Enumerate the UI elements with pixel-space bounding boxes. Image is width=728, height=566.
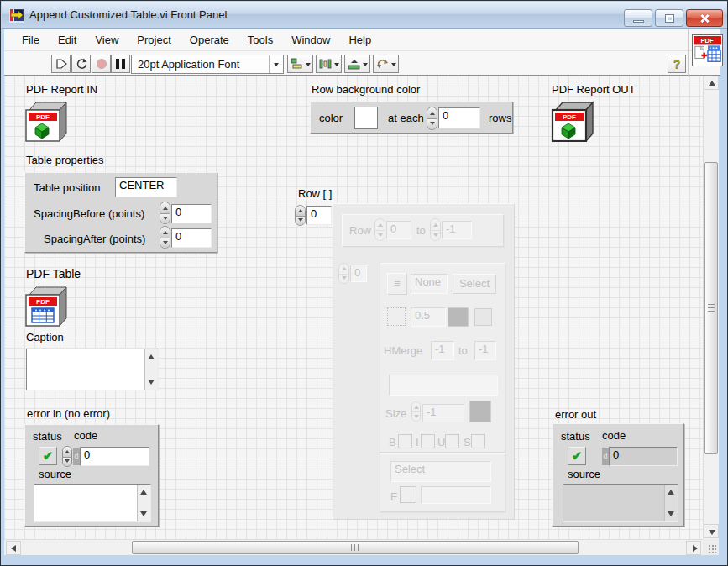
caption-scrollbar[interactable] [144, 349, 158, 390]
font-selector-value: 20pt Application Font [132, 58, 269, 71]
error-out-cluster: status code ✔ d 0 source [552, 423, 684, 527]
scroll-up-button[interactable] [704, 76, 719, 90]
window-title: Append Customized Table.vi Front Panel [29, 8, 227, 21]
source-label: source [568, 468, 600, 480]
scroll-down-icon [709, 530, 715, 535]
code-increment-decrement[interactable] [62, 446, 72, 467]
row-array-index-field[interactable]: 0 [306, 206, 332, 225]
spacing-after-field[interactable]: 0 [171, 228, 212, 248]
horizontal-scrollbar[interactable] [4, 539, 703, 555]
pdf-report-out-indicator[interactable]: PDF [551, 100, 594, 142]
justify-button: ≡ [387, 273, 407, 295]
scroll-down-icon[interactable] [668, 511, 674, 516]
titlebar[interactable]: Append Customized Table.vi Front Panel [2, 2, 727, 29]
abort-button[interactable] [92, 55, 111, 73]
code-field[interactable]: 0 [80, 447, 149, 466]
source-string-indicator [563, 484, 678, 522]
italic-label: I [416, 436, 419, 448]
vertical-scrollbar-thumb[interactable] [704, 162, 718, 454]
pause-button[interactable] [111, 55, 130, 73]
menubar: File Edit View Project Operate Tools Win… [4, 29, 720, 51]
justify-icon: ≡ [394, 277, 401, 290]
source-string-control[interactable] [34, 484, 151, 522]
vi-icon[interactable]: PDF [692, 34, 723, 66]
row-element-cluster-disabled: Row 0 to -1 0 ≡ None Select 0.5 HMerge -… [333, 203, 515, 520]
code-label: code [74, 429, 97, 442]
scroll-left-icon [11, 545, 16, 552]
align-objects-icon [291, 58, 303, 70]
thumb-grip [708, 304, 715, 312]
source-scrollbar[interactable] [664, 485, 678, 521]
scroll-down-icon[interactable] [140, 511, 147, 516]
menu-help[interactable]: Help [339, 31, 380, 49]
svg-text:PDF: PDF [700, 37, 713, 45]
menu-window[interactable]: Window [282, 31, 339, 49]
menu-project[interactable]: Project [128, 31, 180, 49]
svg-text:PDF: PDF [36, 298, 50, 306]
distribute-objects-button[interactable] [316, 55, 342, 73]
menu-tools[interactable]: Tools [238, 31, 282, 49]
resize-objects-icon [348, 58, 360, 70]
width-checkbox [387, 307, 406, 326]
scroll-up-icon[interactable] [148, 354, 155, 359]
minimize-button[interactable] [624, 9, 652, 27]
resize-objects-button[interactable] [344, 55, 370, 73]
scroll-up-icon[interactable] [668, 490, 674, 495]
chevron-down-icon [306, 63, 311, 69]
align-objects-button[interactable] [287, 55, 313, 73]
scroll-down-icon[interactable] [148, 380, 155, 385]
hmerge-label: HMerge [384, 344, 422, 357]
horizontal-scrollbar-thumb[interactable] [132, 541, 579, 554]
font-selector[interactable]: 20pt Application Font [131, 55, 284, 74]
at-each-increment-decrement[interactable] [427, 107, 437, 130]
context-help-button[interactable]: ? [668, 55, 686, 73]
row-array-index-increment-decrement[interactable] [295, 205, 306, 226]
distribute-objects-icon [319, 58, 332, 70]
color-box[interactable] [354, 107, 378, 129]
chevron-down-icon [334, 63, 339, 69]
pdf-report-in-label: PDF Report IN [26, 83, 97, 96]
menu-view[interactable]: View [86, 31, 128, 49]
menu-operate[interactable]: Operate [181, 31, 238, 49]
scroll-down-button[interactable] [704, 524, 719, 538]
text-color-box [469, 401, 491, 422]
resize-grip[interactable] [703, 539, 719, 555]
spacing-before-label: SpacingBefore (points) [34, 207, 144, 220]
table-position-field[interactable]: CENTER [115, 177, 177, 197]
bold-label: B [389, 436, 396, 448]
run-continuously-button[interactable] [71, 55, 91, 73]
vertical-scrollbar[interactable] [703, 76, 719, 539]
close-button[interactable] [686, 9, 723, 27]
scroll-up-icon [709, 81, 715, 86]
caption-string-control[interactable] [26, 349, 159, 390]
spacing-before-field[interactable]: 0 [171, 204, 212, 223]
pdf-table-control[interactable]: PDF [24, 285, 68, 327]
run-button[interactable] [51, 55, 71, 73]
front-panel[interactable]: PDF Report IN PDF Row background color c… [4, 76, 703, 539]
status-checkmark-button[interactable]: ✔ [39, 447, 57, 465]
text-select-field: Select [390, 461, 491, 482]
strike-checkbox [471, 434, 485, 448]
menu-edit[interactable]: Edit [49, 31, 86, 49]
maximize-icon [666, 15, 673, 22]
size-label: Size [385, 407, 406, 420]
reorder-button[interactable] [373, 55, 399, 73]
scroll-up-icon[interactable] [140, 490, 147, 495]
pdf-report-in-control[interactable]: PDF [24, 100, 68, 142]
toolbar-separator [688, 29, 689, 76]
spacing-after-increment-decrement[interactable] [160, 226, 170, 249]
at-each-field[interactable]: 0 [438, 107, 480, 128]
maximize-button[interactable] [655, 9, 683, 27]
bold-checkbox [398, 434, 412, 448]
source-scrollbar[interactable] [137, 485, 150, 521]
menu-file[interactable]: File [13, 31, 49, 49]
table-properties-cluster: Table position CENTER SpacingBefore (poi… [24, 172, 217, 253]
style-none-field: None [411, 274, 448, 294]
spacing-before-increment-decrement[interactable] [160, 202, 170, 224]
close-icon [699, 13, 710, 24]
status-label: status [561, 430, 590, 443]
scroll-right-button[interactable] [686, 541, 701, 555]
scroll-left-button[interactable] [6, 541, 21, 555]
reorder-icon [376, 58, 389, 70]
resize-grip-dots [708, 544, 716, 553]
